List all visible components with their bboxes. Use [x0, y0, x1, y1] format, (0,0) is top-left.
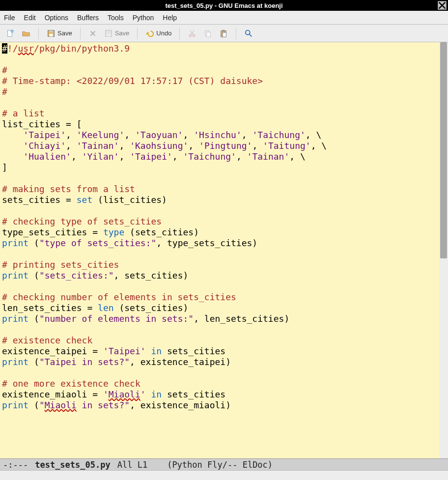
code-text: 'Taipei' — [130, 151, 172, 162]
code-text: # existence check — [2, 335, 92, 345]
menu-help[interactable]: Help — [163, 14, 177, 22]
toolbar-separator — [38, 28, 39, 39]
undo-button[interactable]: Undo — [143, 28, 173, 39]
code-text: , — [119, 151, 130, 162]
code-text — [146, 389, 151, 399]
copy-button[interactable] — [201, 28, 214, 39]
code-text: 'Chiayi' — [23, 141, 66, 151]
svg-rect-10 — [207, 32, 211, 37]
code-text: existence_miaoli = — [2, 389, 103, 399]
new-file-button[interactable] — [4, 28, 17, 39]
toolbar-separator — [236, 28, 236, 39]
code-text: ( — [28, 238, 39, 248]
code-text: 'Taipei' — [23, 130, 66, 140]
search-button[interactable] — [242, 28, 255, 39]
code-text: print — [2, 357, 28, 367]
code-text: type_sets_cities = — [2, 227, 103, 237]
menu-python[interactable]: Python — [133, 14, 154, 22]
code-text: # — [2, 86, 7, 97]
code-text: print — [2, 270, 28, 281]
modeline-filename: test_sets_05.py — [35, 460, 111, 470]
menu-edit[interactable]: Edit — [24, 14, 36, 22]
menu-file[interactable]: File — [4, 14, 15, 22]
code-text: "number of elements in sets:" — [39, 313, 194, 324]
editor-area: #!/usr/pkg/bin/python3.9 # # Time-stamp:… — [0, 42, 448, 458]
code-text: print — [2, 238, 28, 248]
code-text: , type_sets_cities) — [156, 238, 257, 248]
code-text: "type of sets_cities:" — [39, 238, 156, 248]
code-text: in sets?" — [77, 400, 130, 410]
code-text: ' — [103, 389, 109, 399]
code-text — [2, 130, 23, 140]
mode-line: -:--- test_sets_05.py All L1 (Python Fly… — [0, 458, 448, 470]
paste-button[interactable] — [217, 28, 230, 39]
menu-options[interactable]: Options — [45, 14, 68, 22]
code-text: # making sets from a list — [2, 184, 135, 194]
svg-rect-13 — [223, 32, 226, 37]
code-text: 'Taichung' — [252, 130, 305, 140]
save-as-button[interactable]: Save — [102, 28, 132, 39]
code-text: , — [289, 151, 300, 162]
code-text: # a list — [2, 108, 45, 118]
scrollbar-thumb[interactable] — [440, 42, 447, 258]
save-label: Save — [57, 29, 72, 37]
code-text: len_sets_cities = — [2, 303, 98, 313]
code-text — [2, 151, 23, 162]
code-text: list_cities = [ — [2, 119, 82, 129]
modeline-position: All L1 — [117, 460, 147, 470]
toolbar-separator — [80, 28, 81, 39]
code-text: # — [2, 65, 7, 75]
code-text: sets_cities — [162, 346, 225, 356]
code-text: 'Tainan' — [77, 141, 119, 151]
code-text: , existence_miaoli) — [130, 400, 231, 410]
code-text: # one more existence check — [2, 378, 140, 389]
code-text: ] — [2, 162, 7, 172]
code-text: 'Hsinchu' — [194, 130, 242, 140]
code-text: Miaoli — [109, 389, 140, 399]
window-close-button[interactable] — [438, 1, 447, 10]
save-button[interactable]: Save — [45, 28, 74, 39]
modeline-mode: (Python Fly/-- ElDoc) — [167, 460, 273, 470]
code-text: , — [188, 141, 199, 151]
code-text: , — [124, 130, 135, 140]
save-as-label: Save — [115, 29, 130, 37]
svg-rect-6 — [107, 33, 110, 36]
code-text: , sets_cities) — [114, 270, 189, 281]
vertical-scrollbar[interactable] — [439, 42, 448, 458]
code-text: in — [151, 389, 162, 399]
svg-point-7 — [190, 34, 192, 37]
code-text: , len_sets_cities) — [194, 313, 289, 324]
code-editor[interactable]: #!/usr/pkg/bin/python3.9 # # Time-stamp:… — [0, 42, 439, 458]
close-button[interactable] — [86, 28, 99, 39]
menu-buffers[interactable]: Buffers — [77, 14, 99, 22]
minibuffer[interactable] — [0, 470, 448, 480]
code-text: (sets_cities) — [124, 227, 199, 237]
code-text: 'Taichung' — [183, 151, 236, 162]
cut-button[interactable] — [186, 28, 198, 39]
code-text: type — [103, 227, 124, 237]
toolbar: Save Save Undo — [0, 25, 448, 42]
code-text: # Time-stamp: <2022/09/01 17:57:17 (CST)… — [2, 76, 263, 86]
svg-rect-12 — [223, 29, 225, 31]
svg-rect-3 — [49, 30, 53, 32]
menu-bar: File Edit Options Buffers Tools Python H… — [0, 11, 448, 25]
code-text: 'Pingtung' — [199, 141, 252, 151]
code-text: !/ — [7, 43, 18, 54]
code-text — [2, 141, 23, 151]
menu-tools[interactable]: Tools — [108, 14, 124, 22]
code-text: , existence_taipei) — [130, 357, 231, 367]
code-text: existence_taipei = — [2, 346, 103, 356]
code-text: ( — [28, 313, 39, 324]
toolbar-separator — [179, 28, 180, 39]
open-file-button[interactable] — [20, 28, 32, 39]
code-text: usr — [18, 43, 34, 54]
code-text: (sets_cities) — [114, 303, 189, 313]
code-text: 'Hualien' — [23, 151, 71, 162]
code-text: , — [172, 151, 183, 162]
code-text: \ — [316, 130, 322, 140]
code-text: " — [39, 400, 45, 410]
code-text: 'Taoyuan' — [135, 130, 183, 140]
code-text: 'Kaohsiung' — [130, 141, 188, 151]
code-text: ( — [28, 357, 39, 367]
code-text: , — [236, 151, 247, 162]
